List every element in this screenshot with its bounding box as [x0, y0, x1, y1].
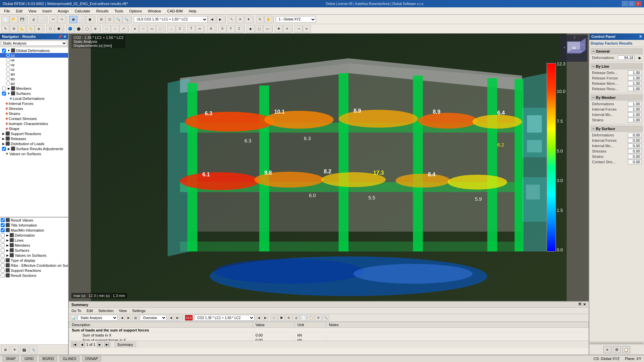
summary-prev-btn[interactable]: ◀ [119, 315, 124, 321]
nav-check-result-values[interactable] [1, 218, 5, 222]
nav-arrow-releases[interactable]: ▶ [1, 137, 5, 140]
nav-item-uz[interactable]: uz [0, 67, 68, 72]
viewport[interactable]: 6.3 10.1 8.9 8.9 6.4 6.3 6.3 6.2 6.1 9.8… [69, 34, 589, 301]
sum-icon3[interactable]: ⊞ [285, 315, 292, 321]
cp-member-intmo-input[interactable] [628, 112, 641, 117]
sum-icon7[interactable]: ⚙ [315, 315, 322, 321]
cp-bysurf-section[interactable]: − By Surface [591, 126, 643, 132]
tb2-z-btn[interactable]: Z [235, 25, 243, 33]
maximize-button[interactable]: □ [629, 1, 635, 6]
nav-arrow-lines[interactable]: ▶ [5, 239, 9, 242]
cp-tab-label[interactable]: Display Factors Results [591, 41, 633, 45]
tb2-close2-btn[interactable]: ✕ [283, 25, 291, 33]
menu-file[interactable]: File [1, 8, 13, 14]
nav-item-releases[interactable]: ▶ ⬛ Releases [0, 136, 68, 141]
close-button[interactable]: ✕ [635, 1, 641, 6]
tb2-btn3[interactable]: 📐 [18, 25, 26, 33]
nav-close[interactable]: ✕ [63, 35, 66, 39]
tb2-surf-btn[interactable]: ▭ [148, 25, 156, 33]
tb2-btn4[interactable]: 📏 [26, 25, 35, 33]
sum-icon8[interactable]: 🔍 [322, 315, 329, 321]
menu-window[interactable]: Window [145, 8, 164, 14]
nav-item-uy[interactable]: uy [0, 62, 68, 67]
cp-byline-section[interactable]: − By Line [591, 63, 643, 69]
sum-icon4[interactable]: 🖨 [293, 315, 300, 321]
nav-item-ux[interactable]: ux [0, 58, 68, 62]
tb2-btn13[interactable]: ↕ [111, 25, 119, 33]
summary-co2-combo[interactable]: CO2 1.35 * LC1 + 1.50 * LC2 [194, 315, 255, 321]
nav-item-members[interactable]: ▶ ⬛ Members [0, 86, 68, 91]
nav-item-phiy[interactable]: φy [0, 76, 68, 81]
nav-item-shape[interactable]: ◈ Shape [0, 126, 68, 131]
tb2-side-btn[interactable]: ▭ [263, 25, 271, 33]
nav-arrow-global[interactable]: ▼ [7, 49, 11, 52]
nav-arrow-deformation[interactable]: ▶ [5, 234, 9, 237]
menu-help[interactable]: Help [186, 8, 199, 14]
sum-icon2[interactable]: ⬢ [278, 315, 285, 321]
nav-item-surfaces-bottom[interactable]: ▶ ⬛ Surfaces [0, 248, 68, 253]
nav-item-deformation[interactable]: ▶ ⬛ Deformation [0, 233, 68, 238]
nav-check-surfaces-b[interactable] [1, 248, 5, 252]
summary-settings[interactable]: Settings [131, 308, 147, 313]
summary-combo-next[interactable]: ▶ [175, 315, 180, 321]
tb2-btn7[interactable]: ⬢ [55, 25, 63, 33]
nav-radio-phiy[interactable] [6, 77, 10, 81]
nav-check-type-display[interactable] [1, 258, 5, 262]
save-button[interactable]: 💾 [18, 16, 26, 23]
cp-deformations-arrow[interactable]: ▶ [639, 56, 641, 60]
nav-arrow-support[interactable]: ▶ [1, 132, 5, 135]
zoom-all[interactable]: ⊞ [97, 16, 105, 23]
nav-check-deformation[interactable] [1, 233, 5, 237]
nav-item-values-surfaces-b[interactable]: ▶ ⬛ Values on Surfaces [0, 253, 68, 258]
footer-tab-summary[interactable]: Summary [114, 342, 136, 347]
print-preview[interactable]: ⬜ [38, 16, 46, 23]
footer-last[interactable]: ▶| [104, 342, 110, 347]
menu-edit[interactable]: Edit [13, 8, 25, 14]
nav-radio-u[interactable] [6, 53, 10, 57]
left-icon-4[interactable]: 📎 [30, 346, 38, 353]
tb2-x-btn[interactable]: X [218, 25, 226, 33]
cp-surf-contact-input[interactable] [628, 160, 641, 164]
menu-view[interactable]: View [26, 8, 39, 14]
nav-check-members-b[interactable] [1, 243, 5, 247]
summary-goto[interactable]: Go To [70, 308, 83, 313]
nav-arrow-members-b[interactable]: ▶ [5, 244, 9, 247]
cp-general-section[interactable]: − General [591, 48, 643, 54]
tb2-load-btn[interactable]: ↓ [167, 25, 175, 33]
nav-item-internal-forces[interactable]: ◈ Internal Forces [0, 101, 68, 106]
navigator-type-combo[interactable]: Static Analysis [1, 41, 67, 46]
solid-btn[interactable]: ⬜ [77, 16, 86, 23]
tb2-vol-btn[interactable]: ⬚ [156, 25, 164, 33]
nav-check-lines[interactable] [1, 238, 5, 242]
render-btn[interactable]: ◼ [86, 16, 94, 23]
summary-selection[interactable]: Selection [97, 308, 115, 313]
tb2-node-btn[interactable]: ● [131, 25, 139, 33]
cube-widget[interactable]: 3D Y Z X [560, 35, 587, 62]
nav-item-contact-stresses[interactable]: ◈ Contact Stresses [0, 116, 68, 121]
cp-bymember-section[interactable]: − By Member [591, 95, 643, 101]
osnap-button[interactable]: OSNAP [82, 356, 101, 361]
combo-xyz[interactable]: 1 - Global XYZ [276, 16, 316, 23]
tb2-btn11[interactable]: ⊕ [91, 25, 99, 33]
nav-check-global-deformations[interactable] [2, 49, 6, 53]
summary-overview[interactable]: ⊞ [132, 315, 139, 321]
zoom-in[interactable]: 🔍 [114, 16, 122, 23]
nav-radio-uy[interactable] [6, 63, 10, 67]
tb2-btn5[interactable]: ◈ [35, 25, 43, 33]
cp-surf-strains-input[interactable] [628, 154, 641, 159]
cp-member-strains-input[interactable] [628, 118, 641, 122]
nav-item-surface-results[interactable]: ▶ ⬛ Surface Results Adjustments [0, 146, 68, 151]
nav-check-title-info[interactable] [1, 223, 5, 227]
footer-next[interactable]: ▶ [97, 342, 103, 347]
nav-item-lines-bottom[interactable]: ▶ ⬛ Lines [0, 238, 68, 243]
nav-item-phix[interactable]: φx [0, 72, 68, 76]
tb2-btn6[interactable]: ⬡ [46, 25, 54, 33]
tb2-btn12[interactable]: ↔ [103, 25, 111, 33]
summary-analysis-combo[interactable]: Static Analysis [77, 315, 118, 321]
summary-uls-icon[interactable]: ULS [185, 315, 193, 321]
left-icon-1[interactable]: 🖥 [1, 346, 9, 353]
tb2-iso-btn[interactable]: ◆ [247, 25, 255, 33]
cp-surf-stresses-input[interactable] [628, 149, 641, 154]
pan-btn[interactable]: ✋ [264, 16, 272, 23]
nav-arrow-valsurf-b[interactable]: ▶ [5, 254, 9, 257]
